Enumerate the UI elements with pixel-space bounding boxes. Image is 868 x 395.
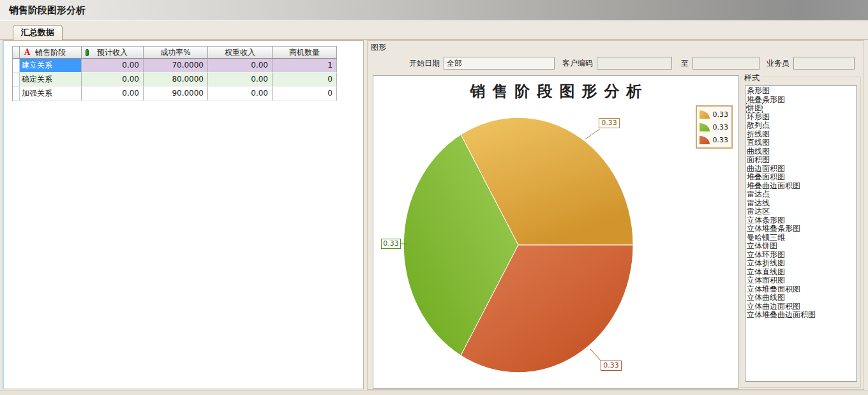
style-list-item[interactable]: 立体环形图 bbox=[745, 251, 857, 260]
legend-row: 0.33 bbox=[700, 133, 729, 146]
table-row: 稳定关系 0.00 80.0000 0.00 0 bbox=[13, 73, 337, 87]
cell-stage[interactable]: 稳定关系 bbox=[20, 73, 82, 87]
customer-code-field[interactable] bbox=[597, 57, 672, 70]
style-group-label: 样式 bbox=[743, 73, 761, 84]
style-list-item[interactable]: 立体堆叠条形图 bbox=[745, 225, 857, 234]
tab-label: 汇总数据 bbox=[21, 27, 54, 37]
style-list-item[interactable]: 堆叠条形图 bbox=[745, 96, 857, 105]
cell-rate[interactable]: 70.0000 bbox=[144, 59, 208, 73]
chart-legend: 0.33 0.33 0.33 bbox=[696, 105, 733, 149]
cell-stage[interactable]: 加强关系 bbox=[20, 87, 82, 101]
slice-label-orange: 0.33 bbox=[599, 118, 620, 128]
style-list-item[interactable]: 立体曲边面积图 bbox=[745, 302, 857, 311]
style-list-item[interactable]: 立体条形图 bbox=[745, 216, 857, 225]
cell-weighted[interactable]: 0.00 bbox=[208, 59, 273, 73]
row-selector[interactable] bbox=[13, 73, 20, 87]
style-list-item[interactable]: 面积图 bbox=[745, 156, 857, 165]
style-list-item[interactable]: 立体折线图 bbox=[745, 259, 857, 268]
cell-weighted[interactable]: 0.00 bbox=[208, 73, 273, 87]
legend-row: 0.33 bbox=[700, 121, 729, 133]
style-list-item[interactable]: 环形图 bbox=[745, 113, 857, 122]
cell-expected[interactable]: 0.00 bbox=[82, 59, 144, 73]
start-date-label: 开始日期 bbox=[389, 59, 440, 68]
graph-panel: 图形 开始日期 全部 客户编码 至 业务员 销售阶段图形分析 bbox=[367, 40, 864, 390]
start-date-field[interactable]: 全部 bbox=[444, 57, 555, 70]
style-list-item[interactable]: 立体面积图 bbox=[745, 276, 857, 285]
style-list-item[interactable]: 立体曲线图 bbox=[745, 294, 857, 302]
cell-rate[interactable]: 80.0000 bbox=[144, 73, 208, 87]
app-window: 销售阶段图形分析 汇总数据 A 销售阶段 预计收入 成功率% bbox=[0, 0, 868, 395]
bottom-strip bbox=[0, 391, 868, 395]
style-list-item[interactable]: 雷达点 bbox=[745, 190, 857, 199]
pie-chart bbox=[373, 76, 740, 389]
col-header-weighted[interactable]: 权重收入 bbox=[208, 47, 273, 59]
style-list-item[interactable]: 立体饼图 bbox=[745, 242, 857, 251]
legend-row: 0.33 bbox=[700, 108, 729, 121]
style-list-item[interactable]: 立体堆叠曲边面积图 bbox=[745, 311, 857, 320]
style-list-item[interactable]: 堆叠面积图 bbox=[745, 173, 857, 182]
style-list-item[interactable]: 曼哈顿三维 bbox=[745, 234, 857, 242]
chart-area: 销售阶段图形分析 bbox=[373, 75, 739, 389]
col-header-rate[interactable]: 成功率% bbox=[144, 47, 208, 59]
style-list-item[interactable]: 饼图 bbox=[745, 104, 857, 113]
legend-swatch-orange-icon bbox=[700, 110, 710, 119]
style-list-item[interactable]: 折线图 bbox=[745, 130, 857, 139]
col-header-stage[interactable]: A 销售阶段 bbox=[20, 47, 82, 59]
style-list-item[interactable]: 雷达线 bbox=[745, 199, 857, 208]
legend-swatch-green-icon bbox=[700, 123, 710, 131]
table-row: 加强关系 0.00 90.0000 0.00 0 bbox=[13, 87, 337, 101]
style-list-item[interactable]: 散列点 bbox=[745, 121, 857, 130]
cell-expected[interactable]: 0.00 bbox=[82, 73, 144, 87]
slice-label-green: 0.33 bbox=[381, 239, 401, 249]
title-bar: 销售阶段图形分析 bbox=[0, 0, 868, 21]
col-header-count[interactable]: 商机数量 bbox=[273, 47, 337, 59]
callout-line bbox=[590, 349, 601, 361]
tab-summary-data[interactable]: 汇总数据 bbox=[13, 25, 63, 40]
sort-indicator-icon: A bbox=[24, 48, 30, 57]
col-header-expected[interactable]: 预计收入 bbox=[82, 47, 144, 59]
summary-panel: A 销售阶段 预计收入 成功率% 权重收入 商机数量 bbox=[3, 40, 364, 389]
table-row: 建立关系 0.00 70.0000 0.00 1 bbox=[13, 59, 337, 73]
salesman-label: 业务员 bbox=[765, 59, 789, 68]
cell-count[interactable]: 1 bbox=[273, 59, 337, 73]
row-selector-header[interactable] bbox=[13, 47, 20, 59]
cell-expected[interactable]: 0.00 bbox=[82, 87, 144, 101]
customer-code-to-field[interactable] bbox=[692, 57, 760, 70]
row-selector[interactable] bbox=[13, 59, 20, 73]
table-header-row: A 销售阶段 预计收入 成功率% 权重收入 商机数量 bbox=[13, 47, 337, 59]
cell-weighted[interactable]: 0.00 bbox=[208, 87, 273, 101]
salesman-field[interactable] bbox=[793, 57, 855, 70]
row-selector[interactable] bbox=[13, 87, 20, 101]
cell-count[interactable]: 0 bbox=[273, 87, 337, 101]
cell-rate[interactable]: 90.0000 bbox=[144, 87, 208, 101]
style-list-item[interactable]: 立体直线图 bbox=[745, 268, 857, 277]
sales-stage-table: A 销售阶段 预计收入 成功率% 权重收入 商机数量 bbox=[12, 46, 337, 101]
to-label: 至 bbox=[678, 59, 689, 68]
style-list-item[interactable]: 直线图 bbox=[745, 138, 857, 147]
style-list-item[interactable]: 曲边面积图 bbox=[745, 165, 857, 174]
graph-group-label: 图形 bbox=[370, 42, 387, 53]
cell-stage[interactable]: 建立关系 bbox=[20, 59, 82, 73]
cell-count[interactable]: 0 bbox=[273, 73, 337, 87]
style-group: 样式 条形图堆叠条形图饼图环形图散列点折线图直线图曲线图面积图曲边面积图堆叠面积… bbox=[740, 77, 861, 388]
style-list-item[interactable]: 雷达区 bbox=[745, 207, 857, 216]
style-list-item[interactable]: 堆叠曲边面积图 bbox=[745, 182, 857, 191]
slice-label-red: 0.33 bbox=[601, 361, 622, 371]
callout-line bbox=[585, 129, 600, 139]
customer-code-label: 客户编码 bbox=[558, 59, 593, 68]
page-title: 销售阶段图形分析 bbox=[9, 0, 86, 21]
filter-indicator-icon bbox=[86, 49, 89, 56]
style-list-item[interactable]: 条形图 bbox=[745, 87, 857, 96]
style-list[interactable]: 条形图堆叠条形图饼图环形图散列点折线图直线图曲线图面积图曲边面积图堆叠面积图堆叠… bbox=[745, 86, 857, 382]
legend-swatch-red-icon bbox=[700, 136, 710, 144]
style-list-item[interactable]: 曲线图 bbox=[745, 147, 857, 156]
style-list-item[interactable]: 立体堆叠面积图 bbox=[745, 285, 857, 294]
